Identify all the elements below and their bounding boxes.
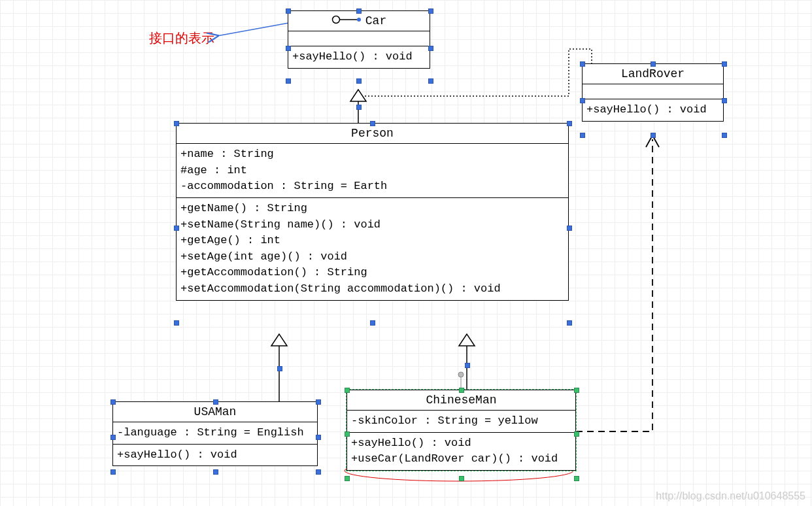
resize-handle[interactable] [574, 431, 579, 437]
resize-handle[interactable] [722, 133, 727, 138]
lollipop-icon [331, 14, 362, 27]
class-car-title: Car [288, 11, 430, 31]
resize-handle[interactable] [651, 133, 656, 138]
line-handle[interactable] [465, 363, 470, 368]
class-car-methods: +sayHello() : void [288, 46, 430, 68]
resize-handle[interactable] [722, 61, 727, 67]
class-landrover-attrs [583, 84, 723, 99]
class-usaman-name: USAMan [194, 405, 237, 418]
resize-handle[interactable] [110, 399, 116, 405]
resize-handle[interactable] [574, 388, 579, 393]
resize-handle[interactable] [370, 121, 375, 126]
class-chineseman-name: ChineseMan [426, 394, 496, 407]
attr-row: -language : String = English [117, 425, 313, 441]
line-handle[interactable] [277, 366, 282, 371]
watermark: http://blog.csdn.net/u010648555 [656, 490, 805, 502]
resize-handle[interactable] [286, 46, 291, 51]
class-usaman-title: USAMan [113, 402, 317, 422]
class-usaman-attrs: -language : String = English [113, 422, 317, 445]
resize-handle[interactable] [316, 399, 321, 405]
attr-row: #age : int [180, 163, 564, 179]
resize-handle[interactable] [428, 46, 433, 51]
method-row: +setAge(int age)() : void [180, 249, 564, 265]
class-car-attrs [288, 31, 430, 46]
attr-row: +name : String [180, 146, 564, 163]
class-landrover-name: LandRover [621, 67, 685, 80]
method-row: +getName() : String [180, 201, 564, 217]
class-landrover-methods: +sayHello() : void [583, 99, 723, 121]
method-row: +sayHello() : void [292, 49, 426, 65]
method-row: +sayHello() : void [351, 435, 571, 452]
method-row: +getAge() : int [180, 233, 564, 249]
resize-handle[interactable] [356, 78, 362, 84]
line-handle[interactable] [356, 105, 362, 110]
resize-handle[interactable] [459, 388, 464, 393]
class-person[interactable]: Person +name : String #age : int -accomm… [176, 123, 569, 301]
svg-point-3 [458, 372, 464, 377]
class-landrover-title: LandRover [583, 64, 723, 84]
resize-handle[interactable] [574, 476, 579, 481]
resize-handle[interactable] [316, 435, 321, 440]
resize-handle[interactable] [567, 320, 572, 326]
class-chineseman-title: ChineseMan [347, 390, 575, 411]
svg-point-7 [357, 18, 361, 22]
resize-handle[interactable] [459, 476, 464, 481]
class-usaman-methods: +sayHello() : void [113, 445, 317, 466]
method-row: +getAccommodation() : String [180, 265, 564, 281]
resize-handle[interactable] [651, 61, 656, 67]
annotation-label: 接口的表示 [149, 29, 214, 47]
resize-handle[interactable] [174, 320, 179, 326]
method-row: +sayHello() : void [586, 102, 719, 118]
resize-handle[interactable] [110, 435, 116, 440]
class-chineseman[interactable]: ChineseMan -skinColor : String = yellow … [347, 390, 576, 471]
class-person-title: Person [177, 124, 568, 144]
attr-row: -skinColor : String = yellow [351, 413, 571, 430]
class-chineseman-methods: +sayHello() : void +useCar(LandRover car… [347, 433, 575, 470]
resize-handle[interactable] [580, 133, 585, 138]
resize-handle[interactable] [428, 78, 433, 84]
svg-line-0 [217, 22, 296, 36]
resize-handle[interactable] [722, 98, 727, 103]
resize-handle[interactable] [428, 8, 433, 14]
class-car-name: Car [365, 14, 386, 27]
resize-handle[interactable] [567, 121, 572, 126]
resize-handle[interactable] [370, 320, 375, 326]
attr-row: -accommodation : String = Earth [180, 178, 564, 195]
resize-handle[interactable] [213, 399, 218, 405]
method-row: +sayHello() : void [117, 447, 313, 464]
resize-handle[interactable] [345, 431, 350, 437]
method-row: +setName(String name)() : void [180, 217, 564, 233]
resize-handle[interactable] [356, 8, 362, 14]
resize-handle[interactable] [286, 8, 291, 14]
method-row: +useCar(LandRover car)() : void [351, 451, 571, 467]
svg-point-5 [332, 16, 339, 24]
resize-handle[interactable] [213, 469, 218, 475]
resize-handle[interactable] [345, 476, 350, 481]
class-person-attrs: +name : String #age : int -accommodation… [177, 144, 568, 198]
resize-handle[interactable] [580, 98, 585, 103]
resize-handle[interactable] [345, 388, 350, 393]
method-row: +setAccommodation(String accommodation)(… [180, 281, 564, 297]
class-person-name: Person [351, 127, 394, 140]
resize-handle[interactable] [580, 61, 585, 67]
resize-handle[interactable] [316, 469, 321, 475]
class-chineseman-attrs: -skinColor : String = yellow [347, 411, 575, 433]
resize-handle[interactable] [567, 226, 572, 231]
class-person-methods: +getName() : String +setName(String name… [177, 198, 568, 300]
class-usaman[interactable]: USAMan -language : String = English +say… [112, 401, 318, 466]
resize-handle[interactable] [110, 469, 116, 475]
class-car[interactable]: Car +sayHello() : void [288, 10, 430, 69]
class-landrover[interactable]: LandRover +sayHello() : void [582, 63, 724, 122]
resize-handle[interactable] [286, 78, 291, 84]
resize-handle[interactable] [174, 226, 179, 231]
resize-handle[interactable] [174, 121, 179, 126]
